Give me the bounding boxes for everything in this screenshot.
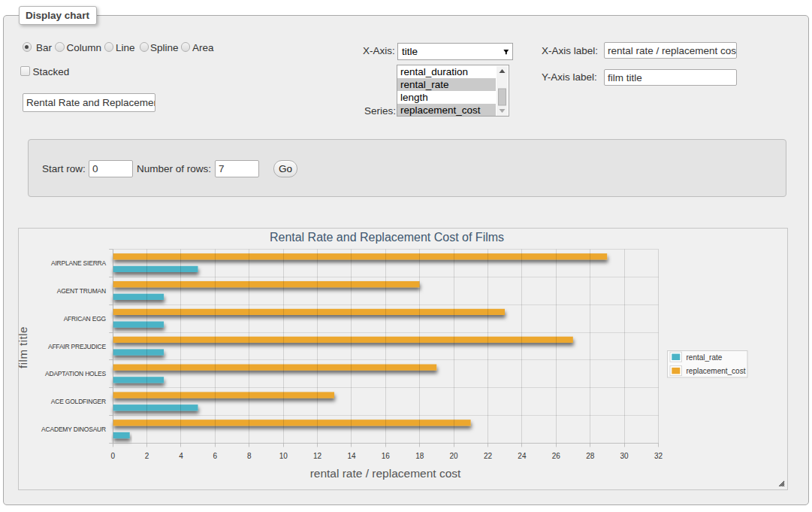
svg-text:film title: film title	[18, 326, 29, 368]
svg-text:ACE GOLDFINGER: ACE GOLDFINGER	[51, 398, 106, 405]
svg-text:2: 2	[145, 452, 149, 460]
svg-text:replacement_cost: replacement_cost	[687, 367, 746, 375]
svg-text:AFFAIR PREJUDICE: AFFAIR PREJUDICE	[48, 343, 107, 350]
svg-text:Rental Rate and Replacement Co: Rental Rate and Replacement Cost of Film…	[270, 231, 504, 244]
svg-text:32: 32	[654, 452, 663, 460]
svg-text:AGENT TRUMAN: AGENT TRUMAN	[57, 287, 106, 295]
svg-text:ADAPTATION HOLES: ADAPTATION HOLES	[45, 370, 107, 377]
svg-text:28: 28	[586, 452, 595, 460]
svg-text:6: 6	[213, 452, 218, 460]
svg-text:24: 24	[518, 452, 527, 460]
svg-text:10: 10	[279, 452, 288, 460]
svg-text:14: 14	[347, 452, 356, 460]
svg-text:26: 26	[552, 452, 561, 460]
svg-text:rental_rate: rental_rate	[687, 353, 723, 362]
svg-text:ACADEMY DINOSAUR: ACADEMY DINOSAUR	[41, 426, 106, 433]
svg-text:30: 30	[620, 452, 629, 460]
svg-text:22: 22	[484, 452, 493, 460]
svg-text:16: 16	[382, 452, 391, 460]
svg-text:4: 4	[179, 452, 183, 460]
svg-text:rental rate / replacement cost: rental rate / replacement cost	[310, 467, 461, 480]
svg-text:18: 18	[415, 452, 424, 460]
svg-text:20: 20	[450, 452, 459, 460]
svg-text:0: 0	[110, 452, 115, 460]
svg-text:AIRPLANE SIERRA: AIRPLANE SIERRA	[51, 259, 107, 267]
svg-text:8: 8	[247, 452, 252, 460]
svg-text:12: 12	[313, 452, 322, 460]
svg-text:AFRICAN EGG: AFRICAN EGG	[64, 315, 106, 323]
